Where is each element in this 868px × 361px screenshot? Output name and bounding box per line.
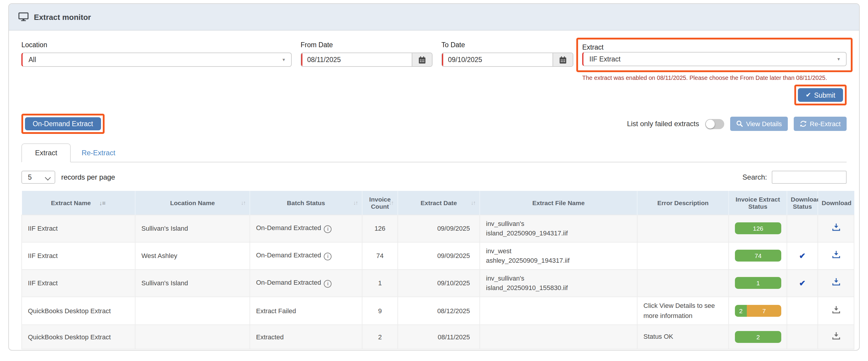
column-header-extract-file-name: Extract File Name: [480, 191, 637, 215]
table-row: QuickBooks Desktop ExtractExtracted208/1…: [22, 325, 854, 349]
download-button[interactable]: [831, 222, 841, 234]
column-label: Batch Status: [287, 199, 325, 206]
re-extract-button[interactable]: Re-Extract: [794, 117, 847, 131]
download-button[interactable]: [831, 304, 841, 317]
status-badge-segment: 2: [735, 304, 747, 317]
to-date-calendar-button[interactable]: [553, 53, 573, 66]
invoice-count-cell: 1: [362, 269, 398, 297]
download-cell: [818, 325, 854, 349]
tabs: Extract Re-Extract: [21, 143, 847, 162]
check-icon: ✔: [806, 91, 811, 99]
invoice-count-cell: 74: [362, 242, 398, 269]
invoice-extract-status-cell: 74: [729, 242, 787, 269]
info-icon[interactable]: i: [324, 225, 332, 233]
check-icon: ✔: [799, 251, 806, 260]
from-date-calendar-button[interactable]: [412, 53, 432, 66]
toggle-knob: [706, 119, 714, 128]
batch-status-text: Extracted: [256, 333, 284, 340]
column-header-download-status: Download Status: [787, 191, 818, 215]
chevron-down-icon: [45, 174, 51, 180]
table-header-row: Extract Name↓≡Location Name↓↑Batch Statu…: [22, 191, 854, 215]
download-button[interactable]: [831, 331, 841, 342]
on-demand-extract-button[interactable]: On-Demand Extract: [25, 117, 101, 130]
download-button[interactable]: [831, 250, 841, 262]
column-header-download: Download: [818, 191, 854, 215]
extract-file-name-cell: inv_west ashley_20250909_194317.iif: [480, 242, 637, 269]
sort-arrows-icon: ↓↑: [241, 199, 245, 206]
location-name-cell: West Ashley: [135, 242, 250, 269]
batch-status-text: On-Demand Extracted: [256, 278, 321, 286]
download-icon: [832, 224, 840, 231]
tab-extract[interactable]: Extract: [21, 143, 71, 162]
file-name-text: inv_west ashley_20250909_194317.iif: [486, 246, 580, 265]
re-extract-label: Re-Extract: [810, 120, 841, 127]
status-badge: 2: [735, 331, 781, 342]
extract-date-cell: 09/09/2025: [398, 215, 480, 242]
on-demand-row: On-Demand Extract List only failed extra…: [21, 114, 847, 134]
info-icon[interactable]: i: [324, 280, 332, 287]
submit-button[interactable]: ✔ Submit: [798, 88, 843, 102]
download-icon: [832, 332, 840, 340]
download-cell: [818, 297, 854, 325]
monitor-icon: [19, 12, 29, 22]
column-header-extract-name[interactable]: Extract Name↓≡: [22, 191, 135, 215]
download-cell: [818, 269, 854, 297]
from-date-input[interactable]: 08/11/2025: [301, 53, 412, 66]
location-select[interactable]: All ▼: [21, 53, 292, 67]
to-date-input[interactable]: 09/10/2025: [442, 53, 553, 66]
batch-status-text: On-Demand Extracted: [256, 224, 321, 231]
table-row: IIF ExtractWest AshleyOn-Demand Extracte…: [22, 242, 854, 269]
extract-select[interactable]: IIF Extract ▼: [582, 52, 847, 66]
batch-status-cell: Extracted: [250, 325, 362, 349]
info-icon[interactable]: i: [324, 252, 332, 260]
error-description-cell: [637, 269, 729, 297]
batch-status-cell: On-Demand Extractedi: [250, 242, 362, 269]
extract-name-cell: IIF Extract: [22, 215, 135, 242]
chevron-down-icon: ▼: [837, 57, 841, 61]
location-name-cell: [135, 325, 250, 349]
column-header-batch-status[interactable]: Batch Status↓↑: [250, 191, 362, 215]
filter-row: Location All ▼ From Date 08/11/2025: [21, 41, 847, 105]
column-header-invoice-count[interactable]: Invoice Count↓↑: [362, 191, 398, 215]
failed-extracts-toggle[interactable]: [705, 119, 724, 129]
tab-re-extract[interactable]: Re-Extract: [71, 144, 126, 162]
search-control: Search:: [742, 171, 847, 184]
calendar-icon: [418, 56, 426, 64]
extract-file-name-cell: [480, 325, 637, 349]
table-row: QuickBooks Desktop ExtractExtract Failed…: [22, 297, 854, 325]
invoice-count-cell: 126: [362, 215, 398, 242]
status-badge-segment: 2: [735, 331, 781, 342]
download-button[interactable]: [831, 277, 841, 289]
card-body: Location All ▼ From Date 08/11/2025: [9, 31, 859, 351]
extract-date-cell: 09/09/2025: [398, 242, 480, 269]
records-per-page-select[interactable]: 5: [21, 171, 55, 184]
batch-status-cell: On-Demand Extractedi: [250, 269, 362, 297]
column-label: Error Description: [657, 199, 709, 206]
location-value: All: [29, 56, 36, 63]
view-details-button[interactable]: View Details: [730, 117, 788, 131]
table-controls: 5 records per page Search:: [21, 171, 847, 184]
records-per-page-label: records per page: [61, 173, 115, 182]
location-label: Location: [21, 41, 292, 48]
download-icon: [832, 278, 840, 286]
invoice-count-cell: 2: [362, 325, 398, 349]
error-description-cell: Status OK: [637, 325, 729, 349]
list-actions: List only failed extracts View Details R…: [627, 117, 847, 131]
invoice-extract-status-cell: 1: [729, 269, 787, 297]
column-header-location-name[interactable]: Location Name↓↑: [135, 191, 250, 215]
extracts-table: Extract Name↓≡Location Name↓↑Batch Statu…: [21, 191, 854, 349]
submit-row: ✔ Submit: [582, 85, 847, 105]
column-label: Download: [822, 199, 851, 206]
error-description-cell: [637, 215, 729, 242]
extract-name-cell: IIF Extract: [22, 269, 135, 297]
download-cell: [818, 242, 854, 269]
extract-name-cell: IIF Extract: [22, 242, 135, 269]
view-details-label: View Details: [746, 120, 782, 127]
records-per-page-value: 5: [28, 174, 32, 181]
status-badge-segment: 126: [735, 222, 781, 234]
search-input[interactable]: [772, 171, 847, 184]
column-label: Download Status: [791, 196, 820, 210]
to-date-group: 09/10/2025: [441, 53, 573, 67]
from-date-field: From Date 08/11/2025: [301, 41, 433, 67]
column-header-extract-date[interactable]: Extract Date↓↑: [398, 191, 480, 215]
